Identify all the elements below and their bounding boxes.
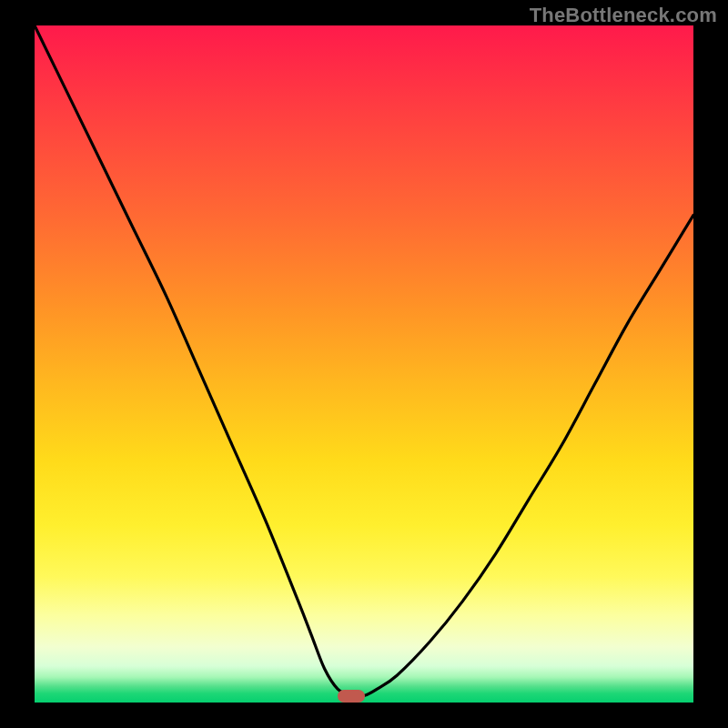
chart-frame: TheBottleneck.com [0, 0, 728, 728]
optimal-marker [338, 690, 365, 703]
watermark-text: TheBottleneck.com [530, 4, 717, 27]
curve-svg [35, 25, 693, 703]
plot-area [35, 25, 693, 703]
bottleneck-curve [35, 25, 693, 696]
